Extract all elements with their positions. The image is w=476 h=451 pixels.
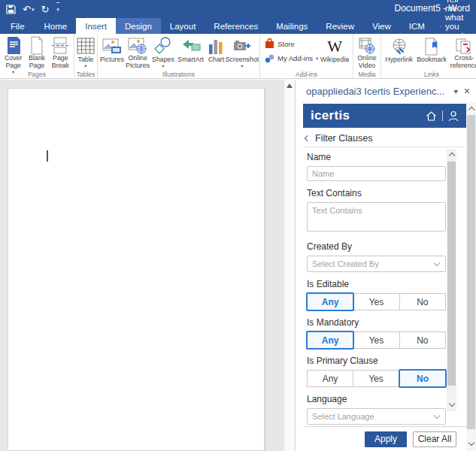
tell-me-box[interactable]: Tell me what you want to do...: [434, 18, 476, 34]
wikipedia-button[interactable]: W Wikipedia: [318, 35, 351, 71]
pane-scroll-down-icon[interactable]: [466, 438, 476, 449]
ribbon-group-illustrations-label: Illustrations: [98, 71, 259, 78]
tab-layout[interactable]: Layout: [161, 18, 205, 34]
hyperlink-button[interactable]: Hyperlink: [383, 35, 415, 71]
addin-scroll-up-icon[interactable]: [447, 150, 456, 161]
is-primary-clause-no-button[interactable]: No: [399, 369, 447, 388]
document-page[interactable]: [8, 88, 265, 451]
back-chevron-icon: [305, 135, 311, 141]
tab-insert[interactable]: Insert: [76, 18, 116, 34]
is-primary-clause-yes-button[interactable]: Yes: [353, 370, 399, 387]
name-input[interactable]: [307, 166, 446, 181]
shapes-caret-icon: ▾: [162, 63, 164, 69]
language-label: Language: [307, 394, 446, 404]
tab-design[interactable]: Design: [116, 18, 161, 34]
cross-reference-label: Cross- reference: [450, 55, 476, 69]
pane-body: icertis Filter Clauses Name: [296, 102, 476, 451]
icertis-task-pane: opappliedai3 Icertis Experienc... ▾ × ic…: [295, 80, 476, 451]
created-by-select[interactable]: Select Created By: [307, 256, 446, 272]
is-primary-clause-any-button[interactable]: Any: [307, 370, 353, 387]
chart-button[interactable]: Chart: [206, 35, 226, 71]
addin-scrollbar[interactable]: [447, 149, 456, 411]
is-editable-no-button[interactable]: No: [400, 293, 446, 310]
is-mandatory-yes-button[interactable]: Yes: [353, 331, 399, 349]
my-addins-button[interactable]: My Add-ins ▾: [265, 53, 318, 63]
tab-icm[interactable]: ICM: [400, 18, 434, 34]
is-editable-label: Is Editable: [307, 279, 446, 289]
my-addins-icon: [265, 53, 274, 63]
pane-scroll-up-icon[interactable]: [466, 104, 476, 115]
store-button[interactable]: Store: [265, 38, 318, 49]
page-break-button[interactable]: Page Break: [49, 35, 72, 71]
online-video-button[interactable]: Online Video: [355, 35, 379, 71]
is-editable-any-button[interactable]: Any: [306, 292, 354, 311]
tab-view[interactable]: View: [363, 18, 400, 34]
pane-close-icon[interactable]: ×: [462, 85, 476, 97]
icertis-logo: icertis: [311, 108, 426, 123]
tab-home[interactable]: Home: [35, 18, 77, 34]
ribbon-group-pages-label: Pages: [0, 71, 74, 78]
apply-button[interactable]: Apply: [365, 431, 407, 447]
pictures-icon: [102, 36, 122, 56]
is-mandatory-no-button[interactable]: No: [400, 331, 446, 349]
pane-options-caret-icon[interactable]: ▾: [450, 87, 462, 95]
save-icon: [6, 5, 16, 14]
ribbon-tab-row: File Home Insert Design Layout Reference…: [0, 18, 476, 34]
lightbulb-icon: [440, 21, 441, 32]
online-pictures-icon: [128, 36, 147, 55]
online-pictures-label: Online Pictures: [126, 55, 150, 69]
cover-page-label: Cover Page: [5, 55, 22, 69]
cover-page-button[interactable]: Cover Page▾: [2, 35, 25, 71]
ribbon-group-tables-label: Tables: [74, 71, 97, 78]
pictures-button[interactable]: Pictures: [99, 35, 125, 71]
chart-label: Chart: [208, 56, 225, 64]
customize-qat-button[interactable]: ▾: [56, 2, 59, 16]
table-button[interactable]: Table▾: [76, 35, 96, 71]
addin-scrollbar-thumb[interactable]: [447, 162, 456, 386]
page-break-icon: [51, 36, 69, 55]
pane-title: opappliedai3 Icertis Experienc...: [296, 86, 450, 97]
shapes-button[interactable]: Shapes▾: [151, 35, 176, 71]
cover-page-icon: [5, 36, 22, 55]
screenshot-button[interactable]: Screenshot▾: [226, 35, 258, 71]
text-contains-input[interactable]: [307, 202, 446, 232]
blank-page-button[interactable]: Blank Page: [25, 35, 48, 71]
user-icon[interactable]: [448, 110, 459, 122]
home-icon[interactable]: [426, 110, 437, 122]
document-scrollbar[interactable]: [283, 80, 295, 451]
pane-scrollbar-thumb[interactable]: [467, 115, 475, 429]
is-editable-yes-button[interactable]: Yes: [353, 293, 399, 310]
name-label: Name: [307, 152, 446, 162]
tab-references[interactable]: References: [205, 18, 267, 34]
shapes-label: Shapes: [152, 56, 174, 64]
my-addins-label: My Add-ins: [277, 54, 313, 62]
tab-review[interactable]: Review: [317, 18, 363, 34]
pane-scrollbar[interactable]: [466, 102, 476, 451]
ribbon-group-links: Hyperlink Bookmark Cross- reference Link…: [381, 34, 476, 78]
is-editable-segment: Any Yes No: [307, 293, 446, 310]
save-button[interactable]: [6, 5, 16, 14]
undo-button[interactable]: ↶▾: [23, 3, 34, 16]
is-mandatory-any-button[interactable]: Any: [306, 331, 354, 350]
icertis-header: icertis: [303, 104, 466, 128]
tab-mailings[interactable]: Mailings: [267, 18, 317, 34]
ribbon-group-tables: Table▾ Tables: [74, 34, 98, 78]
shapes-icon: [153, 36, 173, 56]
addin-scroll-down-icon[interactable]: [447, 399, 456, 410]
blank-page-label: Blank Page: [29, 55, 45, 69]
online-video-icon: [358, 36, 376, 55]
scroll-up-icon[interactable]: [287, 83, 293, 88]
redo-button[interactable]: ↻: [41, 3, 49, 16]
chart-icon: [208, 36, 224, 56]
tab-file[interactable]: File: [0, 18, 35, 34]
language-select[interactable]: Select Language: [307, 408, 446, 425]
smartart-button[interactable]: SmartArt: [175, 35, 206, 71]
filter-clauses-back[interactable]: Filter Clauses: [303, 129, 466, 147]
online-pictures-button[interactable]: Online Pictures: [125, 35, 151, 71]
bookmark-button[interactable]: Bookmark: [415, 35, 447, 71]
ribbon-group-media-label: Media: [353, 71, 380, 78]
clear-all-button[interactable]: Clear All: [413, 431, 456, 447]
text-cursor: [47, 150, 48, 162]
cross-reference-button[interactable]: Cross- reference: [448, 35, 476, 71]
title-bar: ↶▾ ↻ ▾ Document5 - Word: [0, 0, 476, 18]
